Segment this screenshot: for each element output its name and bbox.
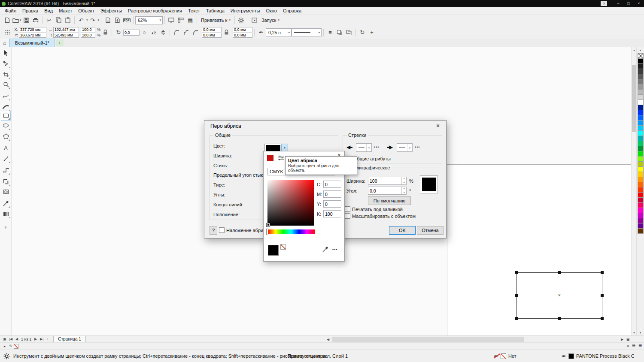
selection-handle[interactable]	[558, 271, 561, 274]
export-button[interactable]	[112, 15, 122, 25]
transparency-tool[interactable]	[1, 187, 11, 196]
color-field-marker[interactable]	[267, 223, 270, 226]
outline-width-select[interactable]: 0,25 п ▾	[266, 28, 292, 36]
cal-angle-field[interactable]: ▲▼	[368, 187, 407, 195]
fill-swatch[interactable]	[501, 353, 506, 359]
more-color-options-button[interactable]: •••	[332, 247, 337, 252]
h-scroll-track[interactable]	[331, 337, 619, 342]
scalloped-corner-button[interactable]	[181, 28, 191, 37]
zoom-in-icon[interactable]: ⊕	[638, 343, 642, 348]
connector-tool[interactable]	[1, 165, 11, 175]
menu-table[interactable]: Таблица	[203, 8, 228, 14]
transparency-effect-button[interactable]	[344, 28, 354, 37]
rotation-center-button[interactable]: ○	[140, 28, 149, 37]
maximize-button[interactable]: □	[623, 0, 634, 7]
zoom-level-select[interactable]: 62% ▾	[135, 16, 163, 24]
default-button[interactable]: По умолчанию	[368, 196, 411, 205]
fullscreen-preview-button[interactable]	[167, 15, 176, 25]
selection-handle[interactable]	[601, 271, 604, 274]
object-height-field[interactable]	[53, 33, 79, 38]
paste-button[interactable]	[63, 15, 73, 25]
end-arrow-options-button[interactable]: •••	[415, 145, 420, 149]
corner-radius-1-field[interactable]	[202, 27, 222, 32]
overprint-checkbox[interactable]	[219, 227, 225, 233]
page-settings-icon[interactable]: ▣	[2, 336, 8, 342]
mirror-horizontal-button[interactable]	[149, 28, 158, 37]
selection-handle[interactable]	[515, 317, 518, 320]
status-gear-icon[interactable]	[3, 353, 10, 359]
scale-with-object-checkbox[interactable]	[345, 213, 350, 219]
cut-button[interactable]: ✂	[44, 15, 54, 25]
selection-center-mark[interactable]: ×	[558, 293, 561, 298]
whats-new-button[interactable]: ?	[601, 1, 607, 6]
add-tools-button[interactable]: +	[1, 222, 11, 232]
document-navigator-icon[interactable]: ▣	[625, 336, 631, 342]
snap-dropdown-icon[interactable]: ▾	[229, 18, 231, 22]
fill-indicator[interactable]: ✒ Нет	[494, 353, 516, 359]
shape-tool[interactable]	[1, 59, 11, 69]
crop-tool[interactable]	[1, 69, 11, 79]
rotation-angle-field[interactable]	[123, 30, 140, 36]
scroll-left-icon[interactable]: ◀	[325, 336, 331, 342]
menu-file[interactable]: Файл	[2, 8, 19, 14]
selection-handle[interactable]	[601, 317, 604, 320]
refresh-button[interactable]: ↻	[358, 28, 367, 37]
v-scroll-thumb[interactable]	[632, 65, 636, 132]
cal-width-spinner[interactable]: ▲▼	[401, 177, 406, 184]
zoom-tool[interactable]	[1, 79, 11, 89]
cal-width-field[interactable]: ▲▼	[368, 177, 407, 185]
scale-x-field[interactable]	[81, 27, 95, 32]
scale-y-field[interactable]	[81, 33, 95, 38]
magenta-field[interactable]	[323, 190, 341, 198]
outline-width-dropdown-icon[interactable]: ▾	[288, 31, 290, 34]
next-page-button[interactable]: ▶	[33, 336, 39, 342]
origin-selector[interactable]	[3, 28, 12, 37]
round-corner-button[interactable]	[172, 28, 181, 37]
artistic-media-tool[interactable]	[1, 102, 11, 112]
selection-handle[interactable]	[515, 271, 518, 274]
redo-button[interactable]: ↷	[88, 15, 97, 25]
minimize-button[interactable]: –	[613, 0, 623, 7]
palette-scroll-up-icon[interactable]: ▲	[637, 47, 644, 53]
page-tab[interactable]: Страница 1	[53, 336, 86, 342]
new-tab-button[interactable]: +	[56, 39, 64, 46]
zoom-out-icon[interactable]: ⊖	[632, 343, 636, 348]
object-y-field[interactable]	[19, 33, 46, 38]
menu-help[interactable]: Справка	[280, 8, 304, 14]
publish-pdf-button[interactable]: PDF	[122, 15, 131, 25]
options-gear-icon[interactable]	[237, 15, 246, 25]
last-page-button[interactable]: ▶|	[39, 336, 45, 342]
selection-handle[interactable]	[558, 317, 561, 320]
polygon-tool[interactable]	[1, 131, 11, 141]
wrap-text-button[interactable]: ≡	[325, 28, 335, 37]
h-scroll-thumb[interactable]	[332, 337, 524, 342]
menu-bitmaps[interactable]: Растровые изображения	[125, 8, 185, 14]
palette-view-icon[interactable]	[267, 155, 273, 161]
behind-fill-checkbox[interactable]	[345, 206, 350, 212]
interactive-fill-tool[interactable]	[1, 209, 11, 219]
add-control-button[interactable]: +	[367, 28, 377, 37]
eyedropper-tool[interactable]	[1, 198, 11, 208]
menu-text[interactable]: Текст	[185, 8, 203, 14]
selection-handle[interactable]	[601, 294, 604, 297]
black-field[interactable]	[323, 210, 341, 217]
lock-ratio-button[interactable]	[100, 28, 110, 37]
print-button[interactable]	[31, 15, 40, 25]
redo-dropdown-icon[interactable]: ▾	[98, 18, 100, 22]
zoom-dropdown-icon[interactable]: ▾	[160, 18, 161, 22]
close-window-button[interactable]: ×	[634, 0, 644, 7]
cancel-button[interactable]: Отмена	[417, 226, 444, 235]
palette-flyout-icon[interactable]: ▸	[2, 343, 8, 349]
open-button[interactable]: ▾	[12, 15, 21, 25]
color-field[interactable]	[267, 180, 314, 226]
line-style-dropdown-icon[interactable]: ▾	[318, 31, 320, 34]
previous-page-button[interactable]: ◀	[14, 336, 20, 342]
menu-edit[interactable]: Правка	[19, 8, 41, 14]
vertical-scrollbar[interactable]: ▲ ▼	[631, 47, 636, 335]
outline-swatch[interactable]	[568, 353, 574, 359]
views-flyout-icon[interactable]: »	[626, 343, 629, 348]
document-tab[interactable]: Безымянный-1*	[9, 39, 55, 47]
save-button[interactable]	[21, 15, 31, 25]
first-page-button[interactable]: |◀	[8, 336, 14, 342]
launch-dropdown[interactable]: Зап​уск ▾	[259, 15, 282, 25]
